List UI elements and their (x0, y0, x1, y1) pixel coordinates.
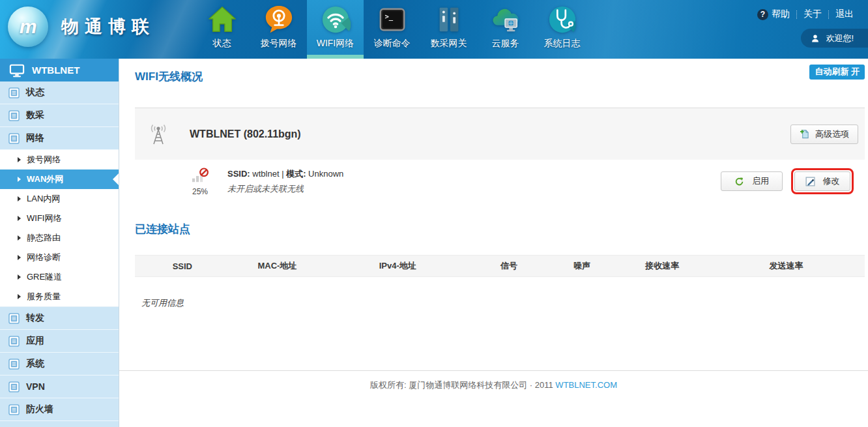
modify-button[interactable]: 修改 (794, 171, 850, 191)
sidebar-subitem-label: GRE隧道 (27, 271, 62, 283)
advanced-options-button[interactable]: 高级选项 (790, 125, 858, 144)
nav-tab-label: 状态 (213, 38, 231, 50)
nav-tab-label: 诊断命令 (374, 38, 411, 50)
column-header-signal: 信号 (470, 260, 547, 272)
sidebar: WTBLNET 状态 数采 网络 拨号网络 WAN外网 LAN内网 (0, 59, 119, 427)
help-icon: ? (757, 9, 768, 20)
refresh-icon (734, 177, 744, 186)
sidebar-item-network[interactable]: 网络 (0, 127, 119, 150)
sidebar-subitem-label: WAN外网 (27, 173, 63, 185)
sidebar-item-forwarding[interactable]: 转发 (0, 307, 119, 330)
nav-tab-wifi-network[interactable]: WIFI网络 (307, 0, 364, 59)
ssid-value: wtblnet (252, 169, 279, 179)
nav-tab-label: 云服务 (492, 38, 519, 50)
sidebar-subitem-static-route[interactable]: 静态路由 (0, 228, 119, 248)
gateway-icon (434, 5, 464, 35)
sidebar-subitem-label: 静态路由 (27, 232, 61, 244)
caret-right-icon (18, 235, 21, 241)
ssid-info: SSID: wtblnet | 模式: Unknown 未开启或未关联无线 (227, 169, 343, 194)
column-header-ipv4: IPv4-地址 (325, 260, 470, 272)
edit-icon (805, 177, 815, 186)
sidebar-title: WTBLNET (32, 65, 80, 76)
nav-tab-system-log[interactable]: 系统日志 (534, 0, 590, 59)
list-icon (8, 381, 20, 392)
document-plus-icon (800, 129, 809, 139)
sidebar-item-label: 网络 (26, 132, 44, 144)
antenna-icon (147, 123, 170, 145)
broadcast-icon (264, 5, 294, 35)
sidebar-subitem-qos[interactable]: 服务质量 (0, 287, 119, 306)
list-icon (8, 313, 20, 324)
sidebar-item-system[interactable]: 系统 (0, 353, 119, 375)
top-header: m 物通博联 状态 拨号网络 (0, 0, 868, 59)
about-link[interactable]: 关于 (797, 8, 828, 20)
signal-blocked-icon (191, 167, 209, 184)
sidebar-subitem-label: 服务质量 (27, 291, 61, 302)
wifi-icon (321, 5, 351, 35)
nav-tab-dialup-network[interactable]: 拨号网络 (250, 0, 307, 59)
footer-link[interactable]: WTBLNET.COM (555, 380, 617, 390)
help-label: 帮助 (772, 8, 790, 20)
welcome-badge[interactable]: 欢迎您! (801, 29, 868, 48)
sidebar-item-label: 应用 (26, 335, 44, 347)
header-links: ? 帮助 关于 退出 (751, 8, 860, 20)
caret-right-icon (18, 157, 21, 162)
cloud-icon (491, 5, 521, 35)
column-header-noise: 噪声 (547, 260, 616, 272)
wifi-panel-title: WTBLNET (802.11bgn) (190, 128, 301, 140)
sidebar-item-status[interactable]: 状态 (0, 81, 119, 104)
caret-right-icon (18, 177, 21, 182)
sidebar-subitem-label: LAN内网 (27, 193, 60, 205)
sidebar-item-vpn[interactable]: VPN (0, 375, 119, 398)
mode-value: Unknown (308, 169, 343, 179)
nav-tab-cloud-service[interactable]: 云服务 (477, 0, 534, 59)
separator: | (282, 169, 283, 179)
sidebar-item-firewall[interactable]: 防火墙 (0, 398, 119, 421)
list-icon (8, 87, 20, 98)
list-icon (8, 133, 20, 144)
sidebar-subitem-wan[interactable]: WAN外网 (0, 169, 119, 189)
top-nav: 状态 拨号网络 (194, 0, 590, 59)
copyright-text: 版权所有: 厦门物通博联网络科技有限公司 · 2011 (370, 380, 553, 390)
logout-label: 退出 (835, 8, 854, 20)
mode-label: 模式: (286, 169, 306, 179)
stations-empty-message: 无可用信息 (141, 297, 865, 309)
stations-section-title: 已连接站点 (135, 222, 865, 237)
list-icon (8, 336, 20, 347)
modify-label: 修改 (823, 175, 840, 187)
sidebar-header: WTBLNET (0, 59, 119, 81)
nav-tab-diagnostic-commands[interactable]: >_ 诊断命令 (364, 0, 420, 59)
sidebar-item-data-collect[interactable]: 数采 (0, 104, 119, 127)
stethoscope-icon (547, 5, 577, 35)
sidebar-subitem-diagnostics[interactable]: 网络诊断 (0, 248, 119, 267)
caret-right-icon (18, 216, 21, 221)
sidebar-item-label: 防火墙 (26, 404, 53, 415)
terminal-icon: >_ (377, 5, 407, 35)
help-link[interactable]: ? 帮助 (751, 8, 796, 20)
auto-refresh-toggle[interactable]: 自动刷新 开 (809, 65, 865, 80)
nav-tab-label: 数采网关 (431, 38, 467, 50)
svg-text:>_: >_ (384, 12, 393, 21)
enable-button[interactable]: 启用 (721, 171, 783, 191)
welcome-label: 欢迎您! (826, 33, 854, 44)
brand-name: 物通博联 (61, 15, 155, 38)
sidebar-item-label: 系统 (26, 358, 44, 370)
nav-tab-data-gateway[interactable]: 数采网关 (420, 0, 477, 59)
sidebar-item-label: 数采 (26, 110, 44, 121)
brand-logo: m 物通博联 (8, 7, 155, 47)
column-header-ssid: SSID (135, 261, 230, 271)
wifi-action-buttons: 启用 修改 (721, 171, 850, 191)
column-header-rx-rate: 接收速率 (616, 260, 708, 272)
sidebar-subitem-wifi[interactable]: WIFI网络 (0, 209, 119, 228)
sidebar-item-applications[interactable]: 应用 (0, 330, 119, 353)
sidebar-subitem-lan[interactable]: LAN内网 (0, 189, 119, 209)
home-icon (207, 5, 237, 35)
nav-tab-label: 系统日志 (544, 38, 581, 50)
sidebar-subitem-gre-tunnel[interactable]: GRE隧道 (0, 267, 119, 287)
logout-link[interactable]: 退出 (829, 8, 860, 20)
sidebar-subitem-dialup[interactable]: 拨号网络 (0, 150, 119, 169)
advanced-options-label: 高级选项 (815, 128, 849, 140)
signal-indicator: 25% (182, 167, 218, 196)
caret-right-icon (18, 274, 21, 280)
nav-tab-status[interactable]: 状态 (194, 0, 250, 59)
